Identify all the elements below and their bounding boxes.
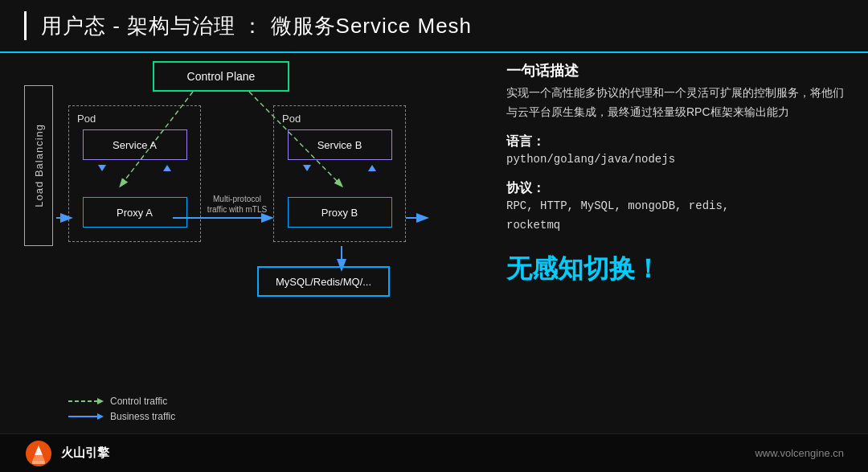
- legend-control-label: Control traffic: [110, 396, 167, 407]
- volcano-icon: [24, 439, 53, 468]
- arrow-down-a: [98, 165, 106, 171]
- header: 用户态 - 架构与治理 ： 微服务Service Mesh: [0, 0, 868, 53]
- service-a-box: Service A: [83, 129, 187, 160]
- load-balancing-box: Load Balancing: [24, 85, 53, 246]
- header-divider: [24, 11, 27, 40]
- multiprotocol-label: Multi-protocol traffic with mTLS: [205, 194, 269, 215]
- section-description: 一句话描述 实现一个高性能多协议的代理和一个灵活可扩展的控制服务，将他们与云平台…: [506, 61, 844, 122]
- page-title: 用户态 - 架构与治理 ： 微服务Service Mesh: [41, 12, 472, 40]
- footer-url: www.volcengine.cn: [755, 447, 844, 459]
- diagram-area: Load Balancing Control Plane: [24, 61, 474, 430]
- section-language: 语言： python/golang/java/nodejs: [506, 133, 844, 170]
- control-plane-label: Control Plane: [187, 70, 256, 83]
- language-label: 语言：: [506, 133, 844, 150]
- proxy-a-box: Proxy A: [83, 197, 187, 228]
- service-b-box: Service B: [288, 129, 392, 160]
- highlight-text: 无感知切换！: [506, 252, 844, 287]
- info-area: 一句话描述 实现一个高性能多协议的代理和一个灵活可扩展的控制服务，将他们与云平台…: [474, 61, 844, 430]
- arrow-up-b: [368, 165, 376, 171]
- pod-b: Pod Service B Proxy B: [273, 105, 406, 242]
- service-b-label: Service B: [317, 139, 362, 151]
- description-title: 一句话描述: [506, 61, 844, 80]
- legend-business: Business traffic: [68, 411, 175, 422]
- language-body: python/golang/java/nodejs: [506, 150, 844, 170]
- arrow-down-b: [303, 165, 311, 171]
- svg-marker-9: [97, 413, 104, 420]
- legend-control: Control traffic: [68, 396, 175, 407]
- legend: Control traffic Business traffic: [68, 396, 175, 422]
- protocol-label: 协议：: [506, 180, 844, 197]
- protocol-body: RPC, HTTP, MySQL, mongoDB, redis, rocket…: [506, 197, 844, 236]
- proxy-b-label: Proxy B: [321, 207, 358, 219]
- footer-logo: 火山引擎: [24, 439, 109, 468]
- load-balancing-label: Load Balancing: [33, 124, 45, 207]
- footer: 火山引擎 www.volcengine.cn: [0, 433, 868, 472]
- legend-business-label: Business traffic: [110, 411, 175, 422]
- mysql-redis-label: MySQL/Redis/MQ/...: [276, 276, 371, 288]
- pod-a: Pod Service A Proxy A: [68, 105, 201, 242]
- brand-label: 火山引擎: [61, 445, 109, 461]
- arrow-up-a: [163, 165, 171, 171]
- svg-rect-13: [32, 461, 45, 464]
- svg-marker-7: [97, 398, 104, 404]
- pod-a-label: Pod: [77, 113, 194, 125]
- proxy-a-label: Proxy A: [117, 207, 153, 219]
- description-body: 实现一个高性能多协议的代理和一个灵活可扩展的控制服务，将他们与云平台原生集成，最…: [506, 84, 844, 122]
- control-plane-box: Control Plane: [153, 61, 289, 92]
- main-content: Load Balancing Control Plane: [0, 53, 868, 430]
- proxy-b-box: Proxy B: [288, 197, 392, 228]
- pod-b-label: Pod: [282, 113, 399, 125]
- service-a-label: Service A: [113, 139, 157, 151]
- mysql-redis-box: MySQL/Redis/MQ/...: [257, 266, 390, 297]
- section-protocol: 协议： RPC, HTTP, MySQL, mongoDB, redis, ro…: [506, 180, 844, 236]
